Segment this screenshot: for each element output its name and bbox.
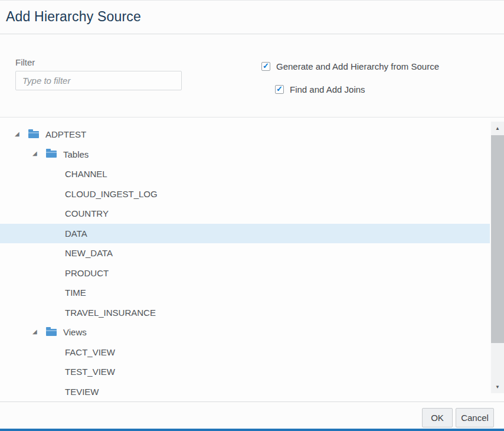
tree-item-country[interactable]: COUNTRY [0, 204, 490, 224]
scrollbar-thumb[interactable] [491, 135, 504, 343]
add-hierarchy-source-dialog: Add Hierarchy Source Filter ✓ Generate a… [0, 0, 504, 431]
tree-item-label: TRAVEL_INSURANCE [65, 308, 156, 318]
checkbox-generate-hierarchy[interactable]: ✓ Generate and Add Hierarchy from Source [261, 61, 439, 71]
tree-scrollbar[interactable]: ▲ ▼ [491, 122, 504, 393]
tree-item-product[interactable]: PRODUCT [0, 263, 490, 283]
expand-toggle-icon[interactable]: ◢ [15, 131, 21, 137]
checkmark-icon: ✓ [276, 85, 283, 93]
checkbox-find-add-joins-label: Find and Add Joins [290, 84, 365, 94]
tree-item-label: TEST_VIEW [65, 367, 115, 377]
filter-label: Filter [15, 57, 35, 67]
expand-toggle-icon[interactable]: ◢ [32, 329, 39, 335]
tree-item-travel_insurance[interactable]: TRAVEL_INSURANCE [0, 303, 490, 323]
tree-item-views[interactable]: ◢Views [0, 322, 490, 342]
scroll-up-button[interactable]: ▲ [491, 122, 504, 135]
tree-item-teview[interactable]: TEVIEW [0, 382, 490, 401]
dialog-title: Add Hierarchy Source [6, 9, 141, 25]
footer-divider [0, 401, 504, 402]
dialog-header: Add Hierarchy Source [0, 1, 504, 34]
checkmark-icon: ✓ [263, 62, 269, 70]
tree-item-label: COUNTRY [65, 208, 109, 218]
checkbox-generate-hierarchy-label: Generate and Add Hierarchy from Source [276, 61, 439, 71]
bottom-accent-bar [0, 429, 504, 431]
expand-toggle-icon[interactable]: ◢ [32, 151, 39, 156]
tree-item-label: FACT_VIEW [65, 347, 115, 357]
tree-item-label: Tables [63, 149, 89, 159]
tree-item-test_view[interactable]: TEST_VIEW [0, 362, 490, 382]
checkbox-generate-hierarchy-box[interactable]: ✓ [261, 62, 270, 71]
tree-item-data[interactable]: DATA [0, 224, 490, 244]
tree-item-fact_view[interactable]: FACT_VIEW [0, 342, 490, 363]
tree-item-label: TEVIEW [65, 387, 99, 397]
tree-item-channel[interactable]: CHANNEL [0, 164, 490, 184]
scroll-down-button[interactable]: ▼ [491, 380, 504, 393]
tree-item-label: TIME [65, 288, 86, 298]
tree-item-label: CHANNEL [65, 169, 107, 179]
tree-item-time[interactable]: TIME [0, 283, 490, 303]
checkbox-find-add-joins[interactable]: ✓ Find and Add Joins [275, 84, 365, 94]
cancel-button[interactable]: Cancel [456, 408, 494, 427]
folder-icon [28, 131, 39, 138]
scroll-down-icon: ▼ [495, 384, 500, 390]
tree-item-label: NEW_DATA [65, 248, 113, 258]
folder-icon [46, 151, 57, 158]
tree-item-adptest[interactable]: ◢ADPTEST [0, 125, 490, 145]
tree-item-label: DATA [65, 228, 87, 239]
source-tree: ◢ADPTEST◢TablesCHANNELCLOUD_INGEST_LOGCO… [0, 117, 490, 401]
tree-item-label: ADPTEST [45, 129, 86, 139]
checkbox-find-add-joins-box[interactable]: ✓ [275, 85, 284, 94]
tree-item-cloud_ingest_log[interactable]: CLOUD_INGEST_LOG [0, 184, 490, 204]
tree-item-label: Views [63, 327, 87, 337]
tree-item-label: CLOUD_INGEST_LOG [65, 189, 158, 199]
tree-item-label: PRODUCT [65, 268, 109, 278]
folder-icon [46, 329, 57, 336]
tree-item-new_data[interactable]: NEW_DATA [0, 243, 490, 263]
scroll-up-icon: ▲ [495, 126, 500, 131]
tree-item-tables[interactable]: ◢Tables [0, 145, 490, 165]
filter-input[interactable] [15, 71, 182, 90]
ok-button[interactable]: OK [422, 408, 453, 427]
